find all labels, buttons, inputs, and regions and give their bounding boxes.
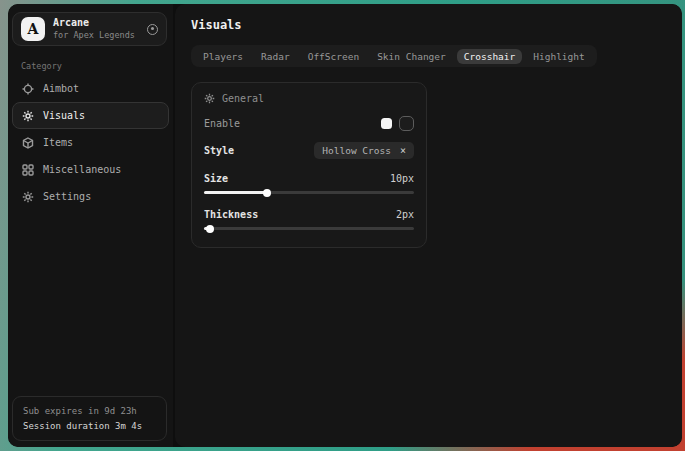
style-value: Hollow Cross	[322, 145, 391, 156]
sidebar-item-label: Miscellaneous	[43, 164, 121, 175]
general-panel: General Enable Style Hollow Cross × Size…	[191, 82, 427, 248]
general-panel-title: General	[222, 93, 264, 104]
category-label: Category	[21, 61, 173, 71]
sidebar-nav: Aimbot Visuals Items Miscellaneous	[8, 75, 173, 210]
thickness-value: 2px	[396, 209, 414, 220]
size-row: Size 10px	[204, 173, 414, 184]
app-subtitle: for Apex Legends	[53, 30, 139, 41]
sidebar-item-label: Aimbot	[43, 83, 79, 94]
enable-controls	[381, 116, 414, 131]
gear-icon	[204, 93, 215, 104]
app-header-text: Arcane for Apex Legends	[53, 17, 139, 40]
page-title: Visuals	[191, 18, 666, 32]
grid-icon	[22, 164, 34, 176]
slider-thumb[interactable]	[263, 189, 271, 197]
gear-icon	[22, 191, 34, 203]
sidebar-item-items[interactable]: Items	[12, 129, 169, 156]
tab-offscreen[interactable]: OffScreen	[301, 49, 366, 64]
style-select[interactable]: Hollow Cross ×	[314, 142, 414, 159]
thickness-row: Thickness 2px	[204, 209, 414, 220]
desktop-background: { "app": { "logo_letter": "A", "name": "…	[0, 0, 685, 451]
app-title: Arcane	[53, 17, 139, 30]
session-duration-text: Session duration 3m 4s	[23, 419, 156, 433]
enable-checkbox-checked[interactable]	[381, 118, 392, 129]
size-label: Size	[204, 173, 228, 184]
sub-expiry-text: Sub expires in 9d 23h	[23, 404, 156, 418]
sidebar-item-label: Visuals	[43, 110, 85, 121]
slider-thumb[interactable]	[206, 225, 214, 233]
sidebar: A Arcane for Apex Legends Category Aimbo…	[8, 4, 173, 447]
app-logo: A	[21, 17, 45, 41]
sidebar-item-label: Settings	[43, 191, 91, 202]
subscription-info-card: Sub expires in 9d 23h Session duration 3…	[12, 396, 167, 441]
sidebar-item-aimbot[interactable]: Aimbot	[12, 75, 169, 102]
main-content: Visuals Players Radar OffScreen Skin Cha…	[175, 4, 682, 447]
general-panel-header: General	[204, 93, 414, 104]
thickness-label: Thickness	[204, 209, 258, 220]
sidebar-item-label: Items	[43, 137, 73, 148]
sidebar-item-miscellaneous[interactable]: Miscellaneous	[12, 156, 169, 183]
target-icon[interactable]	[147, 24, 158, 35]
sidebar-item-visuals[interactable]: Visuals	[12, 102, 169, 129]
tab-crosshair[interactable]: Crosshair	[457, 49, 522, 64]
slider-fill	[204, 191, 267, 194]
tab-players[interactable]: Players	[196, 49, 250, 64]
style-label: Style	[204, 145, 234, 156]
tab-highlight[interactable]: Highlight	[526, 49, 591, 64]
sidebar-item-settings[interactable]: Settings	[12, 183, 169, 210]
app-header-card: A Arcane for Apex Legends	[12, 12, 167, 46]
app-window: A Arcane for Apex Legends Category Aimbo…	[8, 4, 682, 447]
crosshair-icon	[22, 83, 34, 95]
tab-radar[interactable]: Radar	[254, 49, 297, 64]
tab-skin-changer[interactable]: Skin Changer	[370, 49, 453, 64]
enable-row: Enable	[204, 116, 414, 131]
visuals-tabbar: Players Radar OffScreen Skin Changer Cro…	[191, 45, 597, 67]
enable-keybind-box[interactable]	[399, 116, 414, 131]
eye-icon	[22, 110, 34, 122]
thickness-slider[interactable]	[204, 224, 414, 233]
size-slider[interactable]	[204, 188, 414, 197]
style-row: Style Hollow Cross ×	[204, 142, 414, 159]
enable-label: Enable	[204, 118, 240, 129]
clear-style-icon[interactable]: ×	[400, 146, 406, 156]
size-value: 10px	[390, 173, 414, 184]
slider-track	[204, 227, 414, 230]
cube-icon	[22, 137, 34, 149]
